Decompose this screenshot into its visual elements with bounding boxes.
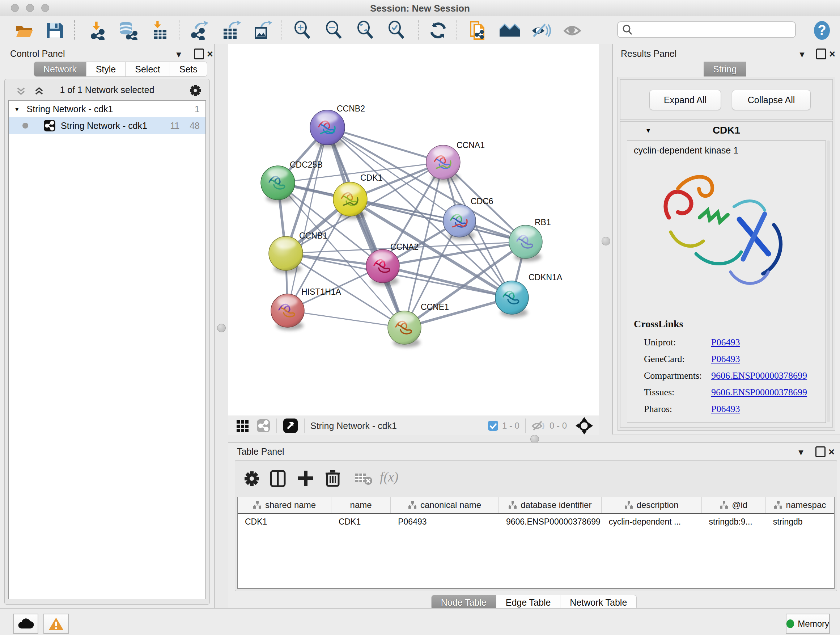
grid-view-icon[interactable]	[236, 419, 249, 432]
node-CDKN1A[interactable]	[495, 281, 529, 317]
right-splitter-handle[interactable]	[602, 237, 610, 245]
import-network-database-button[interactable]	[117, 19, 140, 42]
close-panel-icon[interactable]: ×	[207, 48, 213, 60]
expand-all-button[interactable]: Expand All	[649, 90, 721, 110]
table-cell[interactable]: cyclin-dependent ...	[602, 514, 702, 530]
import-network-file-button[interactable]	[86, 19, 109, 42]
zoom-in-button[interactable]	[292, 19, 315, 42]
network-graph[interactable]: CCNB2CCNA1CDC25BCDK1CDC6RB1CCNB1CCNA2CDK…	[228, 44, 599, 416]
left-splitter-handle[interactable]	[217, 324, 226, 333]
node-CCNB1[interactable]	[269, 236, 303, 273]
crosslink-link[interactable]: P06493	[711, 354, 740, 364]
edge-CCNB2-CCNA1[interactable]	[327, 127, 443, 162]
footer-separator	[525, 418, 526, 433]
tab-network-table[interactable]: Network Table	[561, 595, 637, 610]
table-gear-icon[interactable]	[244, 470, 260, 486]
table-cell[interactable]: CDK1	[238, 514, 332, 530]
tab-select[interactable]: Select	[126, 62, 170, 77]
column-header--id[interactable]: @id	[702, 497, 766, 513]
cloud-button[interactable]	[13, 614, 38, 634]
right-splitter[interactable]	[599, 44, 613, 435]
network-canvas[interactable]: CCNB2CCNA1CDC25BCDK1CDC6RB1CCNB1CCNA2CDK…	[228, 44, 599, 416]
float-panel-icon[interactable]	[194, 49, 204, 59]
tab-node-table[interactable]: Node Table	[431, 595, 496, 610]
collapse-panel-icon[interactable]: ▾	[177, 49, 181, 59]
tab-sets[interactable]: Sets	[170, 62, 207, 77]
tab-edge-table[interactable]: Edge Table	[496, 595, 561, 610]
delete-column-icon[interactable]	[325, 469, 341, 487]
results-scrollbar[interactable]	[827, 141, 830, 422]
close-panel-icon[interactable]: ×	[829, 446, 835, 458]
column-header-shared-name[interactable]: shared name	[238, 497, 332, 513]
table-cell[interactable]: P06493	[391, 514, 499, 530]
horizontal-splitter[interactable]	[228, 435, 840, 442]
export-image-button[interactable]	[250, 19, 273, 42]
detach-view-icon[interactable]	[283, 418, 298, 434]
hide-selected-button[interactable]	[530, 19, 553, 42]
search-input[interactable]	[632, 24, 786, 35]
node-CDC25B[interactable]	[261, 166, 295, 203]
node-CCNA2[interactable]	[366, 249, 399, 286]
zoom-fit-button[interactable]	[355, 19, 378, 42]
column-header-name[interactable]: name	[332, 497, 391, 513]
network-row-selected[interactable]: String Network - cdk1 11 48	[9, 117, 205, 134]
node-CDC6[interactable]	[443, 204, 476, 240]
show-all-button[interactable]	[561, 19, 584, 42]
search-box[interactable]	[617, 21, 796, 38]
expander-icon[interactable]: ▾	[15, 105, 19, 113]
edge-CCNB2-HIST1H1A[interactable]	[287, 127, 327, 310]
network-view-icon[interactable]	[256, 418, 271, 433]
tab-network[interactable]: Network	[34, 62, 87, 77]
float-panel-icon[interactable]	[815, 447, 826, 457]
tab-string[interactable]: String	[704, 62, 746, 77]
node-table[interactable]: shared namenamecanonical namedatabase id…	[237, 497, 835, 589]
node-CCNE1[interactable]	[388, 311, 421, 347]
collapse-panel-icon[interactable]: ▾	[800, 49, 804, 59]
open-session-button[interactable]	[13, 19, 36, 42]
table-cell[interactable]: stringdb:9...	[702, 514, 766, 530]
tab-style[interactable]: Style	[87, 62, 126, 77]
network-collection-row[interactable]: ▾ String Network - cdk1 1	[9, 101, 205, 117]
export-table-button[interactable]	[219, 19, 242, 42]
float-panel-icon[interactable]	[816, 49, 826, 59]
export-network-button[interactable]	[187, 19, 210, 42]
show-columns-icon[interactable]	[270, 470, 286, 487]
first-neighbors-button[interactable]	[499, 19, 522, 42]
selected-checkbox-icon[interactable]	[488, 420, 499, 431]
column-header-canonical-name[interactable]: canonical name	[391, 497, 499, 513]
table-cell[interactable]: 9606.ENSP00000378699	[499, 514, 602, 530]
import-table-file-button[interactable]	[148, 19, 171, 42]
birdseye-icon[interactable]	[575, 416, 594, 435]
help-button[interactable]: ?	[810, 19, 834, 42]
crosslink-link[interactable]: P06493	[711, 404, 740, 415]
collapse-all-button[interactable]: Collapse All	[732, 90, 811, 110]
edge-CCNE1-HIST1H1A[interactable]	[287, 310, 404, 328]
column-header-database-identifier[interactable]: database identifier	[499, 497, 602, 513]
table-cell[interactable]: CDK1	[332, 514, 391, 530]
left-splitter[interactable]	[215, 44, 228, 608]
crosslink-link[interactable]: P06493	[711, 337, 740, 348]
table-cell[interactable]: stringdb	[766, 514, 834, 530]
zoom-selected-button[interactable]	[386, 19, 409, 42]
node-CDK1[interactable]	[333, 182, 367, 219]
collapse-panel-icon[interactable]: ▾	[799, 447, 803, 457]
crosslink-link[interactable]: 9606.ENSP00000378699	[711, 387, 807, 398]
gear-icon[interactable]	[189, 84, 202, 97]
column-header-namespac[interactable]: namespac	[766, 497, 834, 513]
zoom-out-button[interactable]	[323, 19, 346, 42]
node-HIST1H1A[interactable]	[271, 294, 304, 330]
crosslink-link[interactable]: 9606.ENSP00000378699	[711, 371, 807, 381]
add-column-icon[interactable]	[297, 470, 314, 486]
edge-CCNA2-CDKN1A[interactable]	[383, 266, 512, 298]
warnings-button[interactable]	[43, 614, 69, 634]
refresh-button[interactable]	[427, 19, 450, 42]
close-panel-icon[interactable]: ×	[829, 48, 835, 60]
node-RB1[interactable]	[509, 225, 542, 261]
column-header-description[interactable]: description	[602, 497, 702, 513]
save-session-button[interactable]	[43, 19, 66, 42]
memory-button[interactable]: Memory	[786, 614, 830, 634]
table-row[interactable]: CDK1CDK1P064939606.ENSP00000378699cyclin…	[238, 514, 834, 530]
hidden-eye-icon[interactable]	[531, 420, 546, 432]
node-CCNA1[interactable]	[426, 145, 460, 182]
duplicate-network-button[interactable]	[466, 19, 489, 42]
